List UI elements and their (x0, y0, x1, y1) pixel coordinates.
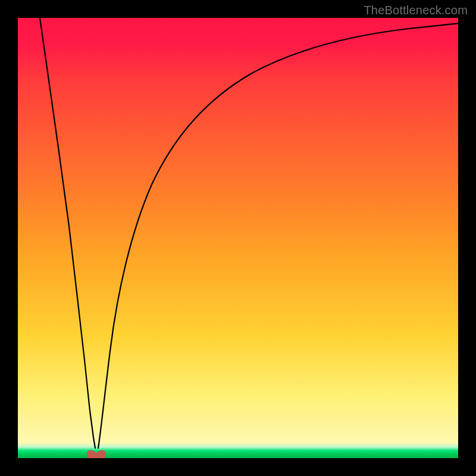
chart-frame: TheBottleneck.com (0, 0, 476, 476)
plot-area (18, 18, 458, 458)
bottleneck-curve-svg (18, 18, 458, 458)
curve-left-branch (40, 18, 95, 448)
heart-marker (87, 450, 106, 458)
curve-right-branch (98, 23, 458, 448)
watermark-text: TheBottleneck.com (364, 4, 468, 17)
